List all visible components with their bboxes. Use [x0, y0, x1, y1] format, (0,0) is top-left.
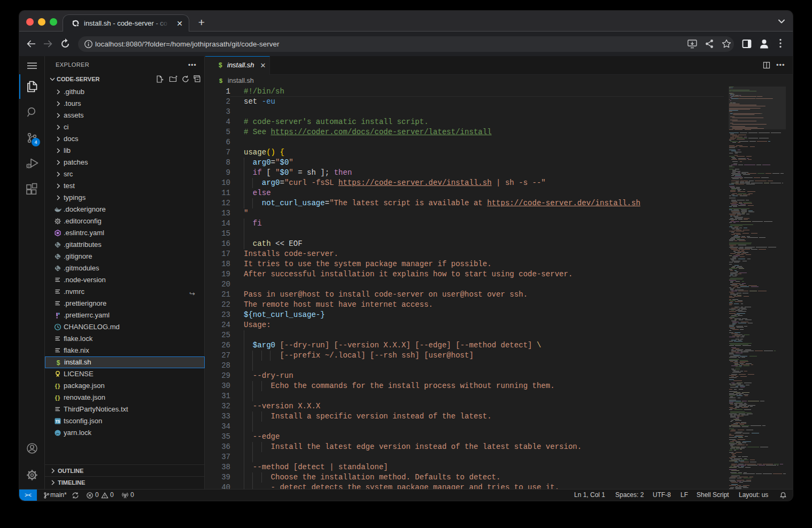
svg-text:TS: TS: [56, 420, 60, 423]
